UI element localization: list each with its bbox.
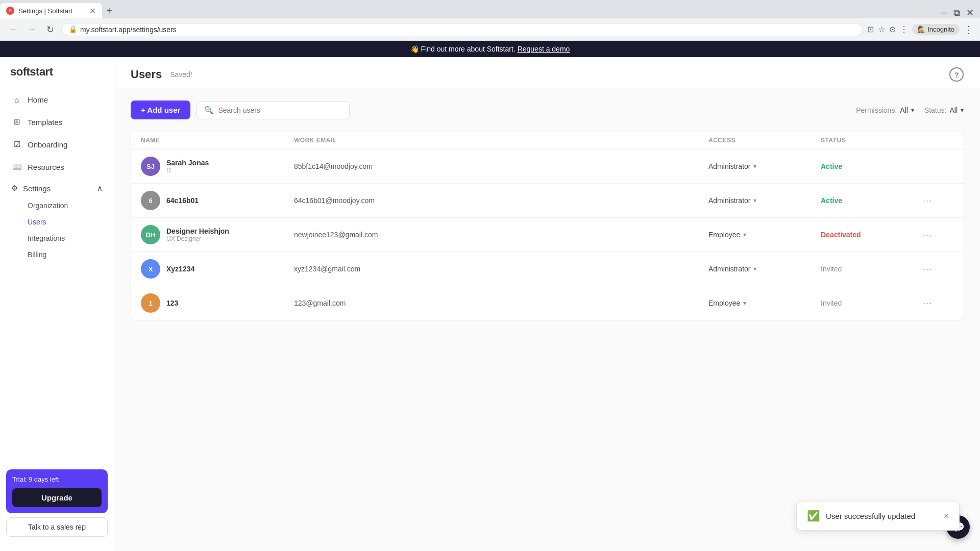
status-filter[interactable]: Status: All ▾ [924,106,964,114]
resources-icon: 📖 [11,161,22,172]
close-window-icon[interactable]: ✕ [966,7,974,18]
banner-text: 👋 Find out more about Softstart. [410,45,516,53]
incognito-label: Incognito [927,26,954,33]
user-name: Xyz1234 [166,265,194,273]
tab-close-button[interactable]: ✕ [89,6,96,16]
settings-child-billing[interactable]: Billing [22,247,108,262]
user-name: Designer Heishjon [166,227,229,235]
settings-child-integrations[interactable]: Integrations [22,231,108,246]
search-icon: 🔍 [204,106,214,115]
tab-favicon: S [6,7,14,15]
main-content: Users Saved! ? + Add user 🔍 Permissions:… [114,57,980,551]
sidebar-item-onboarding[interactable]: ☑ Onboarding [6,134,108,155]
top-banner: 👋 Find out more about Softstart. Request… [0,41,980,57]
row-menu-button[interactable]: ··· [923,230,953,240]
refresh-button[interactable]: ↻ [43,22,57,37]
content-area: + Add user 🔍 Permissions: All ▾ Status: … [114,88,980,332]
access-dropdown[interactable]: Administrator ▾ [708,265,821,273]
user-details: 123 [166,299,178,307]
sidebar-item-resources-label: Resources [28,163,64,171]
avatar: DH [141,225,160,244]
sidebar: softstart ⌂ Home ⊞ Templates ☑ Onboardin… [0,57,114,551]
permissions-filter-label: Permissions: [856,106,897,114]
user-email: newjoinee123@gmail.com [294,231,708,239]
browser-toolbar: ← → ↻ 🔒 my.softstart.app/settings/users … [0,18,980,41]
search-input[interactable] [218,106,342,114]
menu-icon[interactable]: ⋮ [964,23,974,36]
status-filter-label: Status: [924,106,947,114]
help-button[interactable]: ? [949,67,964,82]
status-badge: Invited [821,265,923,273]
incognito-icon: 🕵 [917,26,925,33]
settings-child-users[interactable]: Users [22,214,108,230]
table-row: DH Designer Heishjon UX Designer newjoin… [131,218,964,252]
status-badge: Active [821,162,923,170]
incognito-button[interactable]: 🕵 Incognito [912,24,960,35]
user-info: X Xyz1234 [141,259,294,279]
status-chevron-icon: ▾ [961,107,964,114]
demo-link[interactable]: Request a demo [518,45,570,53]
toast-container: ✅ User successfully updated × [796,501,960,531]
avatar: 1 [141,293,160,313]
new-tab-button[interactable]: + [102,3,116,18]
bookmark-icon[interactable]: ☆ [878,24,885,34]
extensions-icon[interactable]: ⋮ [900,24,908,34]
avatar: 6 [141,191,160,210]
cast-icon[interactable]: ⊡ [867,24,874,34]
user-name: 64c16b01 [166,196,199,205]
sidebar-item-resources[interactable]: 📖 Resources [6,156,108,178]
add-user-button[interactable]: + Add user [131,101,190,119]
access-dropdown[interactable]: Administrator ▾ [708,196,821,205]
url-text: my.softstart.app/settings/users [80,26,177,34]
browser-tabs: S Settings | Softstart ✕ + ─ ⧉ ✕ [0,0,980,18]
access-dropdown[interactable]: Employee ▾ [708,231,821,239]
lock-icon: 🔒 [69,26,77,33]
maximize-icon[interactable]: ⧉ [953,8,960,18]
col-status: STATUS [821,137,923,144]
access-value: Administrator [708,196,750,205]
address-bar[interactable]: 🔒 my.softstart.app/settings/users [61,23,863,36]
toast-close-button[interactable]: × [943,511,949,521]
access-value: Employee [708,299,740,307]
sidebar-item-home[interactable]: ⌂ Home [6,89,108,110]
settings-header[interactable]: ⚙ Settings ∧ [6,179,108,198]
user-email: 64c16b01@moodjoy.com [294,196,708,205]
settings-child-organization[interactable]: Organization [22,198,108,213]
user-info: 1 123 [141,293,294,313]
search-input-wrapper: 🔍 [197,101,350,119]
browser-chrome: S Settings | Softstart ✕ + ─ ⧉ ✕ ← → ↻ 🔒… [0,0,980,41]
access-dropdown[interactable]: Administrator ▾ [708,162,821,170]
profile-icon[interactable]: ⊙ [889,24,896,34]
tab-controls: ─ ⧉ ✕ [935,7,980,18]
forward-button[interactable]: → [24,22,39,37]
user-info: DH Designer Heishjon UX Designer [141,225,294,244]
back-button[interactable]: ← [6,22,20,37]
sidebar-bottom: Trial: 9 days left Upgrade Talk to a sal… [0,463,114,543]
active-tab[interactable]: S Settings | Softstart ✕ [0,3,102,18]
access-chevron-icon: ▾ [743,299,746,307]
table-row: X Xyz1234 xyz1234@gmail.com Administrato… [131,252,964,286]
talk-to-sales-button[interactable]: Talk to a sales rep [6,517,108,537]
user-email: 85bf1c14@moodjoy.com [294,162,708,170]
sidebar-nav: ⌂ Home ⊞ Templates ☑ Onboarding 📖 Resour… [0,89,114,463]
sidebar-item-templates[interactable]: ⊞ Templates [6,111,108,133]
sidebar-item-templates-label: Templates [28,118,62,127]
user-name: 123 [166,299,178,307]
filter-group: Permissions: All ▾ Status: All ▾ [856,106,964,114]
row-menu-button[interactable]: ··· [923,264,953,274]
access-chevron-icon: ▾ [753,265,756,272]
app-logo: softstart [0,65,114,89]
status-badge: Invited [821,299,923,307]
avatar: SJ [141,157,160,176]
home-icon: ⌂ [11,94,22,105]
permissions-filter[interactable]: Permissions: All ▾ [856,106,914,114]
toast: ✅ User successfully updated × [796,501,960,531]
minimize-icon[interactable]: ─ [941,8,947,18]
browser-toolbar-icons: ⊡ ☆ ⊙ ⋮ [867,24,908,34]
row-menu-button[interactable]: ··· [923,195,953,206]
upgrade-button[interactable]: Upgrade [12,488,102,507]
access-dropdown[interactable]: Employee ▾ [708,299,821,307]
toast-success-icon: ✅ [807,510,820,522]
row-menu-button[interactable]: ··· [923,298,953,309]
access-value: Employee [708,231,740,239]
